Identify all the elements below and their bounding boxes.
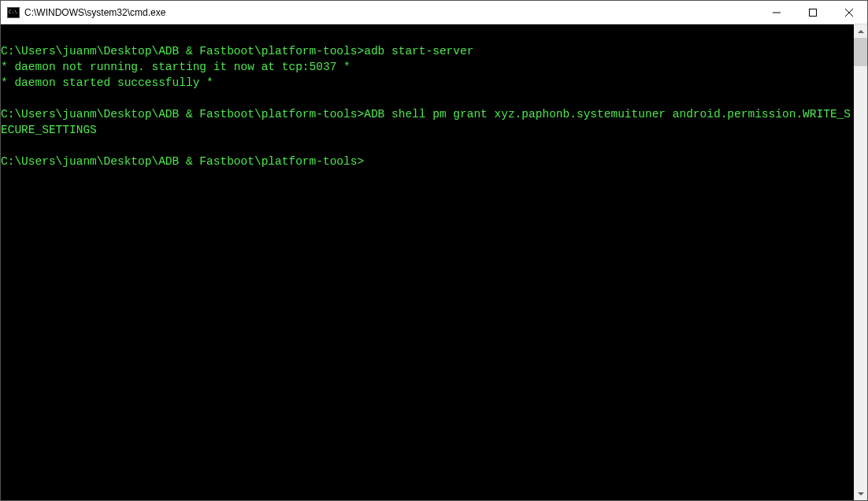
chevron-up-icon bbox=[858, 30, 864, 33]
close-button[interactable] bbox=[831, 1, 867, 24]
minimize-icon bbox=[773, 9, 781, 17]
vertical-scrollbar[interactable] bbox=[854, 24, 867, 500]
cmd-icon bbox=[7, 7, 20, 18]
scrollbar-track[interactable] bbox=[854, 38, 867, 487]
window-title: C:\WINDOWS\system32\cmd.exe bbox=[24, 7, 759, 18]
terminal-line: * daemon started successfully * bbox=[1, 75, 854, 91]
titlebar[interactable]: C:\WINDOWS\system32\cmd.exe bbox=[1, 1, 867, 24]
terminal-line: C:\Users\juanm\Desktop\ADB & Fastboot\pl… bbox=[1, 154, 854, 169]
scrollbar-thumb[interactable] bbox=[854, 38, 867, 66]
maximize-icon bbox=[809, 9, 817, 17]
window-controls bbox=[759, 1, 867, 24]
prompt-text: C:\Users\juanm\Desktop\ADB & Fastboot\pl… bbox=[1, 45, 364, 58]
prompt-text: C:\Users\juanm\Desktop\ADB & Fastboot\pl… bbox=[1, 155, 364, 168]
maximize-button[interactable] bbox=[795, 1, 831, 24]
svg-rect-1 bbox=[810, 9, 817, 16]
terminal-line: C:\Users\juanm\Desktop\ADB & Fastboot\pl… bbox=[1, 43, 854, 59]
scrollbar-down-button[interactable] bbox=[854, 487, 867, 500]
prompt-text: C:\Users\juanm\Desktop\ADB & Fastboot\pl… bbox=[1, 108, 364, 121]
terminal-line: C:\Users\juanm\Desktop\ADB & Fastboot\pl… bbox=[1, 106, 854, 138]
minimize-button[interactable] bbox=[759, 1, 795, 24]
close-icon bbox=[845, 9, 853, 17]
terminal-content[interactable]: C:\Users\juanm\Desktop\ADB & Fastboot\pl… bbox=[1, 24, 854, 500]
terminal-line bbox=[1, 138, 854, 154]
terminal-line bbox=[1, 91, 854, 106]
chevron-down-icon bbox=[858, 492, 864, 495]
cmd-window: C:\WINDOWS\system32\cmd.exe C:\Users\jua… bbox=[0, 0, 868, 501]
terminal-area: C:\Users\juanm\Desktop\ADB & Fastboot\pl… bbox=[1, 24, 867, 500]
terminal-line: * daemon not running. starting it now at… bbox=[1, 59, 854, 75]
terminal-line bbox=[1, 28, 854, 43]
command-text: adb start-server bbox=[364, 45, 473, 58]
scrollbar-up-button[interactable] bbox=[854, 24, 867, 38]
